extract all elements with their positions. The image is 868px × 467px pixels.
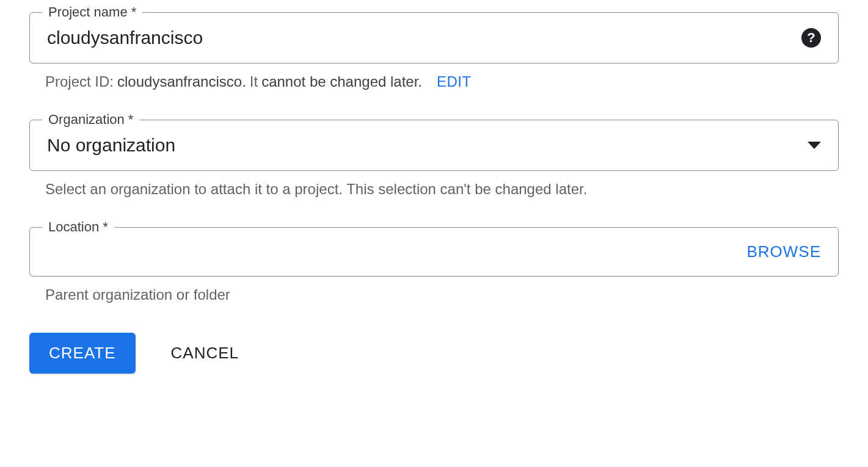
chevron-down-icon [808,142,821,149]
project-name-input[interactable] [47,27,801,48]
cancel-button[interactable]: CANCEL [171,344,239,363]
location-field[interactable]: Location * BROWSE [29,227,839,277]
project-id-mid: It [250,73,258,90]
edit-project-id-button[interactable]: EDIT [437,73,472,90]
organization-group: Organization * No organization Select an… [29,120,839,198]
action-buttons: CREATE CANCEL [29,333,839,374]
project-id-helper: Project ID: cloudysanfrancisco. It canno… [29,73,839,90]
project-name-group: Project name * ? Project ID: cloudysanfr… [29,12,839,90]
create-button[interactable]: CREATE [29,333,136,374]
project-id-warning: cannot be changed later. [261,73,422,90]
project-id-value: cloudysanfrancisco. [117,73,246,90]
organization-label: Organization * [42,112,139,128]
browse-button[interactable]: BROWSE [746,242,821,261]
new-project-form: Project name * ? Project ID: cloudysanfr… [29,12,839,374]
help-icon[interactable]: ? [801,28,821,48]
location-group: Location * BROWSE Parent organization or… [29,227,839,303]
organization-field[interactable]: Organization * No organization [29,120,839,171]
location-helper: Parent organization or folder [29,286,839,303]
organization-helper: Select an organization to attach it to a… [29,181,839,198]
organization-value: No organization [47,135,808,156]
project-name-field[interactable]: Project name * ? [29,12,839,63]
location-label: Location * [42,219,114,235]
project-name-label: Project name * [42,4,142,20]
project-id-prefix: Project ID: [45,73,114,90]
